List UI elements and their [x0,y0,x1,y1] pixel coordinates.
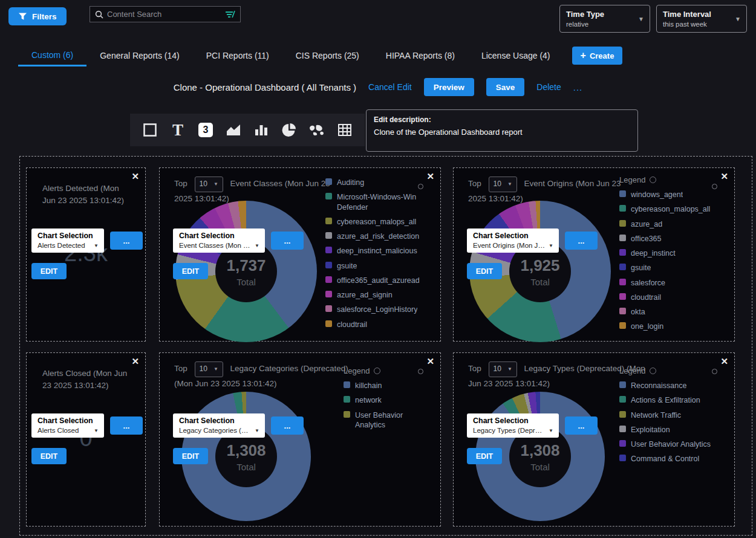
chart-selection-dropdown[interactable]: Chart Selection Alerts Closed▼ [31,413,104,438]
legend-item[interactable]: User Behavior Analytics [619,439,727,449]
top-count-select[interactable]: 10▼ [195,177,223,192]
widget-edit-button[interactable]: EDIT [31,448,67,464]
save-button[interactable]: Save [486,78,525,96]
chart-selection-dropdown[interactable]: Chart Selection Event Classes (Mon Ju...… [173,228,265,253]
legend-toggle-icon[interactable] [650,177,656,183]
content-search[interactable] [90,6,241,22]
chart-selection-dropdown[interactable]: Chart Selection Legacy Types (Depreca...… [467,413,559,438]
legend-item[interactable]: Auditing [325,178,433,187]
chart-selection-dropdown[interactable]: Chart Selection Event Origins (Mon Jun..… [467,228,559,253]
legend-label: cybereason_malops_all [337,217,416,227]
legend-item[interactable]: azure_ad_signin [325,290,433,300]
widget-more-button[interactable]: ... [110,232,143,250]
handle-circle-icon[interactable] [418,184,423,189]
legend-item[interactable]: killchain [344,381,429,391]
legend-swatch [325,178,332,185]
close-icon[interactable]: ✕ [720,356,728,367]
legend-item[interactable]: cloudtrail [619,293,727,302]
container-icon[interactable] [136,114,164,146]
legend-item[interactable]: deep_instinct [619,248,727,258]
widget-more-button[interactable]: ... [271,232,304,250]
legend-header[interactable]: Legend [619,175,727,184]
chart-selection-value: Alerts Detected [37,242,85,249]
widget-edit-button[interactable]: EDIT [173,263,208,279]
widget-edit-button[interactable]: EDIT [173,448,208,464]
legend-item[interactable]: gsuite [325,261,433,271]
legend-item[interactable]: deep_instinct_malicious [325,246,433,256]
filters-button[interactable]: Filters [8,7,67,25]
close-icon[interactable]: ✕ [131,356,139,367]
search-input[interactable] [107,10,221,19]
top-count-select[interactable]: 10▼ [195,361,223,377]
tab-pci-reports[interactable]: PCI Reports (11) [193,45,282,66]
tab-cis-reports[interactable]: CIS Reports (25) [282,45,373,66]
legend-item[interactable]: cybereason_malops_all [619,204,727,214]
legend-item[interactable]: azure_ad_risk_detection [325,232,433,241]
tab-hipaa-reports[interactable]: HIPAA Reports (8) [373,45,468,66]
tab-license-usage[interactable]: License Usage (4) [468,45,564,66]
handle-circle-icon[interactable] [418,369,423,374]
handle-circle-icon[interactable] [712,369,717,374]
legend-item[interactable]: Network Traffic [619,410,727,420]
widget-more-button[interactable]: ... [110,416,143,435]
close-icon[interactable]: ✕ [426,356,434,367]
widget-edit-button[interactable]: EDIT [31,263,67,279]
legend-item[interactable]: Microsoft-Windows-Win Defender [325,192,433,212]
more-options-link[interactable]: ... [573,82,583,92]
chart-selection-dropdown[interactable]: Chart Selection Alerts Detected▼ [31,228,104,253]
close-icon[interactable]: ✕ [131,171,139,182]
legend-item[interactable]: cybereason_malops_all [325,217,433,227]
legend-header[interactable]: Legend [344,366,429,375]
cancel-edit-link[interactable]: Cancel Edit [368,82,412,92]
handle-circle-icon[interactable] [712,184,717,189]
bar-chart-icon[interactable] [247,114,275,146]
legend-item[interactable]: gsuite [619,263,727,273]
map-icon[interactable] [303,114,331,146]
legend-item[interactable]: User Behavior Analytics [344,410,429,430]
time-type-select[interactable]: Time Type relative ▼ [559,5,650,33]
widget-more-button[interactable]: ... [271,416,304,435]
legend-item[interactable]: windows_agent [619,190,727,199]
top-count-select[interactable]: 10▼ [489,177,517,192]
tab-general-reports[interactable]: General Reports (14) [86,45,193,66]
top-count-select[interactable]: 10▼ [489,361,517,377]
preview-button[interactable]: Preview [424,78,474,96]
widget-more-button[interactable]: ... [565,232,598,250]
legend-item[interactable]: one_login [619,322,727,331]
delete-link[interactable]: Delete [536,82,561,92]
legend-toggle-icon[interactable] [374,368,380,374]
advanced-filter-icon[interactable] [224,10,235,19]
widget-more-button[interactable]: ... [565,416,598,435]
legend-item[interactable]: office365 [619,234,727,244]
legend-item[interactable]: okta [619,307,727,317]
close-icon[interactable]: ✕ [426,171,434,182]
pie-chart-icon[interactable] [275,114,303,146]
widget-edit-button[interactable]: EDIT [467,448,502,464]
legend-header[interactable]: Legend [619,366,727,375]
legend-item[interactable]: Exploitation [619,425,727,435]
text-icon[interactable]: T [164,114,192,146]
create-button[interactable]: + Create [572,47,623,65]
total-value: 1,925 [520,256,559,275]
area-chart-icon[interactable] [220,114,247,146]
legend-item[interactable]: Reconnaissance [619,381,727,391]
number-widget-icon[interactable]: 3 [192,114,220,146]
legend-item[interactable]: salesforce_LoginHistory [325,305,433,314]
time-interval-select[interactable]: Time Interval this past week ▼ [656,5,747,33]
legend-item[interactable]: azure_ad [619,219,727,229]
legend-toggle-icon[interactable] [650,368,656,374]
table-icon[interactable] [331,114,359,146]
tab-custom[interactable]: Custom (6) [18,45,86,66]
legend-item[interactable]: Command & Control [619,454,727,464]
legend-item[interactable]: Actions & Exfiltration [619,395,727,405]
chart-selection-label: Chart Selection [179,416,259,425]
edit-description-box[interactable]: Edit description: Clone of the Operation… [366,109,638,152]
legend-item[interactable]: office365_audit_azuread [325,276,433,285]
legend-item[interactable]: salesforce [619,278,727,288]
edit-description-value[interactable]: Clone of the Operational Dashboard repor… [374,128,630,137]
close-icon[interactable]: ✕ [720,171,728,182]
chart-selection-dropdown[interactable]: Chart Selection Legacy Categories (De...… [173,413,265,438]
legend-item[interactable]: cloudtrail [325,320,433,329]
legend-item[interactable]: network [344,395,429,405]
widget-edit-button[interactable]: EDIT [467,263,502,279]
